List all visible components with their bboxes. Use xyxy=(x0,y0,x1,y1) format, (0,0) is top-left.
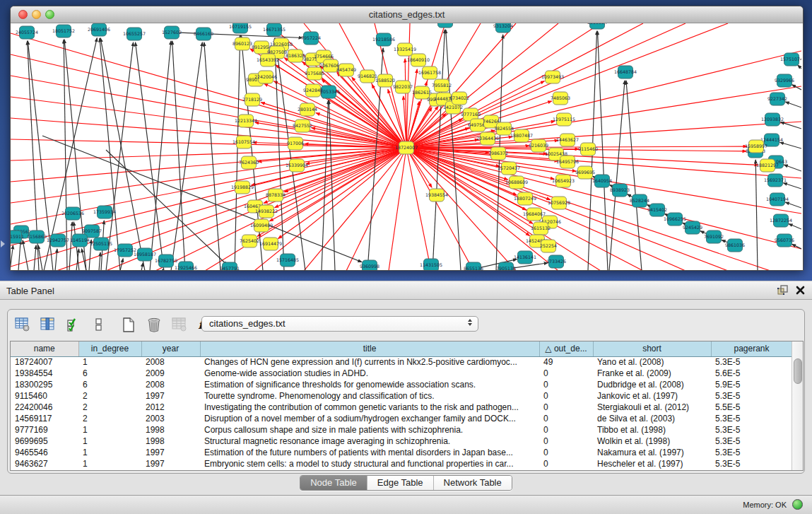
table-cell[interactable]: Corpus callosum shape and size in male p… xyxy=(200,424,539,436)
table-cell[interactable]: 5.9E-5 xyxy=(711,379,792,390)
float-panel-icon[interactable] xyxy=(777,284,789,296)
table-cell[interactable]: 5.3E-5 xyxy=(711,356,792,368)
table-cell[interactable]: 5.3E-5 xyxy=(711,390,792,402)
table-cell[interactable]: 5.5E-5 xyxy=(711,402,792,413)
table-cell[interactable]: Estimation of significance thresholds fo… xyxy=(200,379,539,390)
table-cell[interactable]: Changes of HCN gene expression and I(f) … xyxy=(200,356,539,368)
table-scrollbar-thumb[interactable] xyxy=(794,358,802,384)
network-window-titlebar[interactable]: citations_edges.txt xyxy=(11,6,803,23)
table-cell[interactable]: 49 xyxy=(539,356,593,368)
import-table-button[interactable] xyxy=(170,315,189,334)
column-header-in-degree[interactable]: in_degree xyxy=(78,341,141,356)
fit-columns-button[interactable] xyxy=(39,315,57,334)
row-options-button[interactable] xyxy=(90,315,108,334)
table-cell[interactable]: 5.3E-5 xyxy=(711,424,792,436)
table-cell[interactable]: 0 xyxy=(539,458,593,469)
table-cell[interactable]: 5.6E-5 xyxy=(711,368,792,379)
table-row[interactable]: 977716911998Corpus callosum shape and si… xyxy=(11,424,792,436)
panel-collapse-arrow-icon[interactable] xyxy=(1,240,5,247)
column-header-out-degree[interactable]: △ out_de... xyxy=(539,341,593,356)
select-columns-button[interactable] xyxy=(64,315,83,334)
table-cell[interactable]: 14569117 xyxy=(11,413,78,424)
column-header-title[interactable]: title xyxy=(200,341,539,356)
table-cell[interactable]: 2009 xyxy=(141,368,200,379)
network-canvas[interactable]: 2405572418051752206914061065525715276028… xyxy=(11,23,801,270)
table-cell[interactable]: 1998 xyxy=(141,424,200,436)
table-row[interactable]: 946362711997Embryonic stem cells: a mode… xyxy=(11,458,792,469)
table-cell[interactable]: 5.3E-5 xyxy=(711,458,792,469)
close-panel-icon[interactable] xyxy=(796,286,805,295)
table-cell[interactable]: 2008 xyxy=(141,379,200,390)
table-cell[interactable]: Franke et al. (2009) xyxy=(593,368,711,379)
table-cell[interactable]: 9463627 xyxy=(11,458,78,469)
table-cell[interactable]: 2012 xyxy=(141,402,200,413)
table-cell[interactable]: 0 xyxy=(539,390,593,402)
table-cell[interactable]: 5.3E-5 xyxy=(711,413,792,424)
memory-status-icon[interactable] xyxy=(792,499,803,510)
table-row[interactable]: 911546021997Tourette syndrome. Phenomeno… xyxy=(11,390,792,402)
table-cell[interactable]: 0 xyxy=(539,447,593,458)
table-cell[interactable]: Dudbridge et al. (2008) xyxy=(593,379,711,390)
tab-network-table[interactable]: Network Table xyxy=(434,476,512,490)
table-cell[interactable]: 2003 xyxy=(141,413,200,424)
table-row[interactable]: 1830029562008Estimation of significance … xyxy=(11,379,792,390)
table-row[interactable]: 969969511998Structural magnetic resonanc… xyxy=(11,436,792,447)
table-cell[interactable]: Disruption of a novel member of a sodium… xyxy=(200,413,539,424)
table-cell[interactable]: Nakamura et al. (1997) xyxy=(593,447,711,458)
table-cell[interactable]: 0 xyxy=(539,413,593,424)
table-cell[interactable]: Structural magnetic resonance image aver… xyxy=(200,436,539,447)
table-cell[interactable]: 0 xyxy=(539,402,593,413)
table-row[interactable]: 1938455462009Genome-wide association stu… xyxy=(11,368,792,379)
tab-edge-table[interactable]: Edge Table xyxy=(367,476,434,490)
table-cell[interactable]: 9115460 xyxy=(11,390,78,402)
table-row[interactable]: 1872400712008Changes of HCN gene express… xyxy=(11,356,792,368)
table-cell[interactable]: 19384554 xyxy=(11,368,78,379)
table-cell[interactable]: 1998 xyxy=(141,436,200,447)
table-cell[interactable]: Estimation of the future numbers of pati… xyxy=(200,447,539,458)
network-canvas-container[interactable]: 2405572418051752206914061065525715276028… xyxy=(11,23,803,270)
table-cell[interactable]: 1997 xyxy=(141,458,200,469)
table-cell[interactable]: 1997 xyxy=(141,390,200,402)
table-cell[interactable]: Tourette syndrome. Phenomenology and cla… xyxy=(200,390,539,402)
table-cell[interactable]: 1 xyxy=(78,447,141,458)
table-cell[interactable]: Tibbo et al. (1998) xyxy=(593,424,711,436)
column-header-name[interactable]: name xyxy=(11,341,78,356)
table-cell[interactable]: Hescheler et al. (1997) xyxy=(593,458,711,469)
table-cell[interactable]: 1 xyxy=(78,436,141,447)
table-row[interactable]: 946554611997Estimation of the future num… xyxy=(11,447,792,458)
table-cell[interactable]: 1 xyxy=(78,458,141,469)
column-header-pagerank[interactable]: pagerank xyxy=(711,341,792,356)
table-cell[interactable]: de Silva et al. (2003) xyxy=(593,413,711,424)
table-cell[interactable]: Embryonic stem cells: a model to study s… xyxy=(200,458,539,469)
table-cell[interactable]: Genome-wide association studies in ADHD. xyxy=(200,368,539,379)
column-header-short[interactable]: short xyxy=(593,341,711,356)
create-column-button[interactable] xyxy=(119,315,138,334)
table-scrollbar[interactable] xyxy=(792,341,803,470)
table-cell[interactable]: 0 xyxy=(539,424,593,436)
table-panel-titlebar[interactable]: Table Panel xyxy=(0,281,812,300)
column-header-year[interactable]: year xyxy=(141,341,200,356)
table-cell[interactable]: 2 xyxy=(78,413,141,424)
table-cell[interactable]: 9699695 xyxy=(11,436,78,447)
table-row[interactable]: 1456911722003Disruption of a novel membe… xyxy=(11,413,792,424)
table-cell[interactable]: 6 xyxy=(78,379,141,390)
table-cell[interactable]: 18724007 xyxy=(11,356,78,368)
table-cell[interactable]: 5.3E-5 xyxy=(711,436,792,447)
table-cell[interactable]: 22420046 xyxy=(11,402,78,413)
table-row[interactable]: 2242004622012Investigating the contribut… xyxy=(11,402,792,413)
table-cell[interactable]: 9777169 xyxy=(11,424,78,436)
column-visibility-button[interactable] xyxy=(13,315,32,334)
table-cell[interactable]: 2 xyxy=(78,402,141,413)
network-file-select[interactable]: citations_edges.txt xyxy=(201,316,478,332)
table-cell[interactable]: 1997 xyxy=(141,447,200,458)
table-cell[interactable]: 0 xyxy=(539,436,593,447)
table-cell[interactable]: Jankovic et al. (1997) xyxy=(593,390,711,402)
table-cell[interactable]: 18300295 xyxy=(11,379,78,390)
table-cell[interactable]: 1 xyxy=(78,356,141,368)
table-cell[interactable]: Investigating the contribution of common… xyxy=(200,402,539,413)
table-cell[interactable]: 2008 xyxy=(141,356,200,368)
graph-node[interactable] xyxy=(438,23,453,28)
table-cell[interactable]: 5.3E-5 xyxy=(711,447,792,458)
table-cell[interactable]: Yano et al. (2008) xyxy=(593,356,711,368)
table-cell[interactable]: Stergiakouli et al. (2012) xyxy=(593,402,711,413)
